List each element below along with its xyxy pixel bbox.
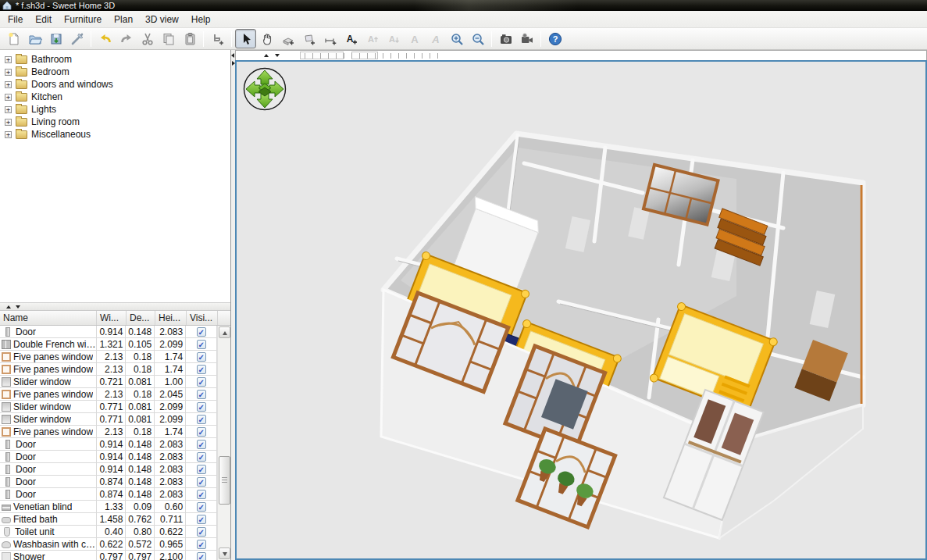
paste-button[interactable] bbox=[179, 29, 200, 48]
table-row[interactable]: Five panes window2.130.182.045✓ bbox=[0, 388, 217, 401]
visible-checkbox[interactable]: ✓ bbox=[197, 552, 206, 560]
visible-checkbox[interactable]: ✓ bbox=[197, 340, 206, 349]
scroll-down-button[interactable] bbox=[219, 548, 230, 559]
menu-item-plan[interactable]: Plan bbox=[108, 12, 139, 27]
menu-item-furniture[interactable]: Furniture bbox=[58, 12, 108, 27]
tree-expander-icon[interactable]: + bbox=[5, 106, 12, 113]
create-dimensions-button[interactable] bbox=[319, 29, 340, 48]
column-header-height[interactable]: Hei... bbox=[155, 311, 187, 325]
table-row[interactable]: Door0.9140.1482.083✓ bbox=[0, 438, 217, 451]
column-header-visible[interactable]: Visi... bbox=[187, 311, 218, 325]
table-row[interactable]: Toilet unit0.400.800.622✓ bbox=[0, 526, 217, 538]
tree-expander-icon[interactable]: + bbox=[5, 56, 12, 63]
visible-checkbox[interactable]: ✓ bbox=[197, 540, 206, 549]
cut-button[interactable] bbox=[137, 29, 158, 48]
tree-expander-icon[interactable]: + bbox=[5, 131, 12, 138]
3d-view[interactable] bbox=[235, 60, 927, 560]
menu-item-file[interactable]: File bbox=[2, 12, 29, 27]
undo-button[interactable] bbox=[94, 29, 116, 48]
bold-text-icon: A bbox=[408, 32, 422, 46]
zoom-in-button[interactable] bbox=[446, 29, 467, 48]
visible-checkbox[interactable]: ✓ bbox=[197, 477, 206, 487]
furniture-list-scrollbar[interactable] bbox=[217, 326, 230, 560]
visible-checkbox[interactable]: ✓ bbox=[197, 352, 206, 362]
table-row[interactable]: Slider window0.7710.0812.099✓ bbox=[0, 413, 217, 426]
visible-checkbox[interactable]: ✓ bbox=[197, 402, 206, 412]
visible-checkbox[interactable]: ✓ bbox=[197, 390, 206, 399]
table-row[interactable]: Double French win...1.3210.1052.099✓ bbox=[0, 338, 217, 351]
visible-checkbox[interactable]: ✓ bbox=[197, 427, 206, 437]
tree-expander-icon[interactable]: + bbox=[5, 94, 12, 101]
tree-expander-icon[interactable]: + bbox=[5, 81, 12, 88]
select-button[interactable] bbox=[235, 29, 256, 48]
visible-checkbox[interactable]: ✓ bbox=[197, 515, 206, 524]
zoom-out-button[interactable] bbox=[467, 29, 488, 48]
tree-category-living-room[interactable]: +Living room bbox=[0, 116, 230, 128]
visible-checkbox[interactable]: ✓ bbox=[197, 465, 206, 474]
3d-navigation-compass[interactable] bbox=[242, 66, 287, 112]
table-row[interactable]: Washbasin with ca...0.6220.5720.965✓ bbox=[0, 538, 217, 551]
visible-checkbox[interactable]: ✓ bbox=[197, 527, 206, 537]
table-row[interactable]: Door0.8740.1482.083✓ bbox=[0, 488, 217, 501]
table-row[interactable]: Shower0.7970.7972.100✓ bbox=[0, 551, 217, 560]
visible-checkbox[interactable]: ✓ bbox=[197, 440, 206, 449]
table-row[interactable]: Door0.9140.1482.083✓ bbox=[0, 463, 217, 476]
table-row[interactable]: Door0.9140.1482.083✓ bbox=[0, 451, 217, 463]
table-row[interactable]: Slider window0.7710.0812.099✓ bbox=[0, 401, 217, 413]
menu-item-help[interactable]: Help bbox=[185, 12, 217, 27]
table-row[interactable]: Fitted bath1.4580.7620.711✓ bbox=[0, 513, 217, 526]
table-row[interactable]: Door0.8740.1482.083✓ bbox=[0, 476, 217, 488]
copy-button[interactable] bbox=[158, 29, 179, 48]
column-header-width[interactable]: Wi... bbox=[97, 311, 127, 325]
collapse-left-icon[interactable] bbox=[231, 53, 234, 58]
tree-category-miscellaneous[interactable]: +Miscellaneous bbox=[0, 128, 230, 141]
open-button[interactable] bbox=[24, 29, 45, 48]
horizontal-splitter[interactable] bbox=[0, 303, 230, 311]
collapse-up-icon[interactable] bbox=[6, 305, 11, 309]
create-walls-button[interactable] bbox=[277, 29, 298, 48]
video-button[interactable] bbox=[516, 29, 537, 48]
table-row[interactable]: Five panes window2.130.181.74✓ bbox=[0, 426, 217, 438]
tree-category-bathroom[interactable]: +Bathroom bbox=[0, 53, 230, 66]
preferences-button[interactable] bbox=[66, 29, 87, 48]
scroll-up-button[interactable] bbox=[219, 326, 230, 338]
tree-category-bedroom[interactable]: +Bedroom bbox=[0, 66, 230, 78]
scrollbar-thumb[interactable] bbox=[219, 456, 230, 505]
photo-button[interactable] bbox=[495, 29, 516, 48]
furniture-visible-cell: ✓ bbox=[186, 426, 217, 437]
collapse-up-icon[interactable] bbox=[264, 54, 269, 57]
tree-category-kitchen[interactable]: +Kitchen bbox=[0, 91, 230, 103]
tree-expander-icon[interactable]: + bbox=[5, 119, 12, 126]
add-text-button[interactable]: A bbox=[340, 29, 362, 48]
plan-view-collapsed[interactable] bbox=[235, 50, 927, 60]
column-header-depth[interactable]: De... bbox=[127, 311, 155, 325]
create-rooms-button[interactable] bbox=[298, 29, 319, 48]
tree-category-lights[interactable]: +Lights bbox=[0, 103, 230, 116]
visible-checkbox[interactable]: ✓ bbox=[197, 377, 206, 387]
visible-checkbox[interactable]: ✓ bbox=[197, 415, 206, 424]
add-furniture-button[interactable] bbox=[207, 29, 228, 48]
table-row[interactable]: Slider window0.7210.0811.00✓ bbox=[0, 376, 217, 388]
column-header-name[interactable]: Name bbox=[0, 311, 97, 325]
table-row[interactable]: Door0.9140.1482.083✓ bbox=[0, 326, 217, 338]
save-button[interactable] bbox=[45, 29, 66, 48]
visible-checkbox[interactable]: ✓ bbox=[197, 502, 206, 512]
collapse-down-icon[interactable] bbox=[275, 54, 280, 57]
help-button[interactable]: ? bbox=[544, 29, 565, 48]
visible-checkbox[interactable]: ✓ bbox=[197, 365, 206, 374]
new-file-button[interactable] bbox=[3, 29, 24, 48]
table-row[interactable]: Five panes window2.130.181.74✓ bbox=[0, 351, 217, 363]
title-bar[interactable]: * f.sh3d - Sweet Home 3D bbox=[0, 0, 927, 11]
tree-expander-icon[interactable]: + bbox=[5, 69, 12, 76]
visible-checkbox[interactable]: ✓ bbox=[197, 452, 206, 462]
menu-item-3d-view[interactable]: 3D view bbox=[139, 12, 185, 27]
pan-button[interactable] bbox=[256, 29, 277, 48]
visible-checkbox[interactable]: ✓ bbox=[197, 327, 206, 337]
collapse-down-icon[interactable] bbox=[16, 305, 20, 309]
table-row[interactable]: Five panes window2.130.181.74✓ bbox=[0, 363, 217, 376]
visible-checkbox[interactable]: ✓ bbox=[197, 490, 206, 499]
tree-category-doors-and-windows[interactable]: +Doors and windows bbox=[0, 78, 230, 91]
table-row[interactable]: Venetian blind1.330.090.60✓ bbox=[0, 501, 217, 513]
menu-item-edit[interactable]: Edit bbox=[29, 12, 58, 27]
redo-button[interactable] bbox=[116, 29, 137, 48]
